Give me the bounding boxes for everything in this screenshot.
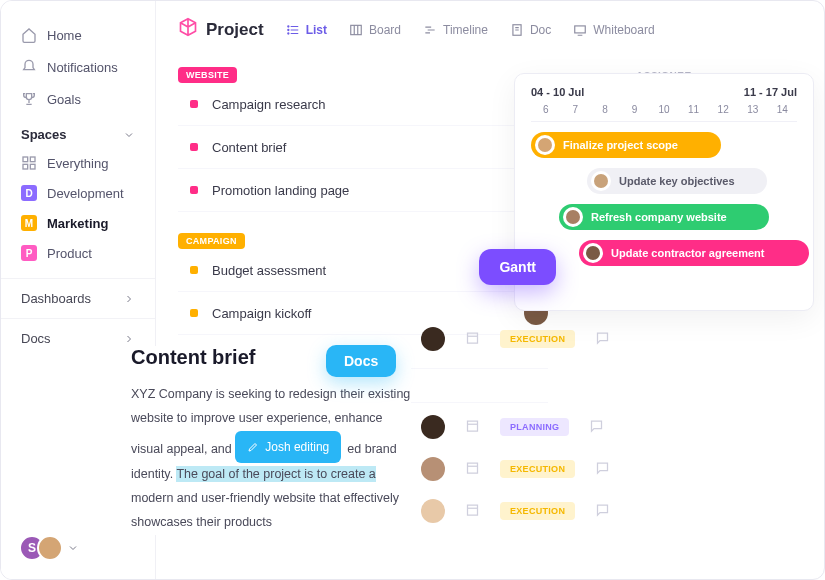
gantt-week-label: 04 - 10 Jul — [531, 86, 584, 98]
svg-rect-27 — [468, 505, 478, 515]
avatar — [421, 415, 445, 439]
grid-icon — [21, 155, 37, 171]
task-detail-row[interactable]: EXECUTION — [421, 451, 804, 487]
svg-rect-25 — [468, 463, 478, 473]
gantt-week-label: 11 - 17 Jul — [744, 86, 797, 98]
status-badge[interactable]: EXECUTION — [500, 460, 575, 478]
gantt-day-scale: 67891011121314 — [531, 104, 797, 122]
chevron-right-icon — [123, 293, 135, 305]
home-icon — [21, 27, 37, 43]
whiteboard-icon — [573, 23, 587, 37]
gantt-bar[interactable]: Update key objectives — [587, 168, 767, 194]
svg-rect-23 — [468, 421, 478, 431]
calendar-icon[interactable] — [465, 502, 480, 521]
avatar — [421, 327, 445, 351]
gantt-bar[interactable]: Refresh company website — [559, 204, 769, 230]
project-header: Project List Board Timeline Doc Whiteboa… — [178, 17, 802, 56]
spaces-header[interactable]: Spaces — [1, 115, 155, 148]
task-detail-row[interactable]: EXECUTION — [421, 321, 804, 357]
nav-home[interactable]: Home — [1, 19, 155, 51]
nav-notifications[interactable]: Notifications — [1, 51, 155, 83]
status-badge[interactable]: EXECUTION — [500, 502, 575, 520]
doc-icon — [510, 23, 524, 37]
cube-icon — [178, 17, 198, 42]
list-icon — [286, 23, 300, 37]
task-row[interactable]: Promotion landing page — [178, 169, 548, 212]
sidebar-item-marketing[interactable]: MMarketing — [1, 208, 155, 238]
nav-goals[interactable]: Goals — [1, 83, 155, 115]
svg-rect-0 — [23, 157, 28, 162]
gantt-panel: 04 - 10 Jul 11 - 17 Jul 67891011121314 F… — [514, 73, 814, 311]
tab-timeline[interactable]: Timeline — [423, 23, 488, 37]
svg-point-7 — [287, 25, 288, 26]
gantt-bars: Finalize project scope Update key object… — [531, 132, 797, 292]
chevron-right-icon — [123, 333, 135, 345]
sidebar-item-everything[interactable]: Everything — [1, 148, 155, 178]
svg-point-8 — [287, 29, 288, 30]
gantt-badge: Gantt — [479, 249, 556, 285]
sidebar-dashboards[interactable]: Dashboards — [1, 278, 155, 318]
page-title: Project — [178, 17, 264, 42]
svg-rect-19 — [575, 25, 586, 32]
avatar — [421, 499, 445, 523]
avatar — [563, 207, 583, 227]
group-label[interactable]: CAMPAIGN — [178, 233, 245, 249]
task-detail-row[interactable]: EXECUTION — [421, 493, 804, 529]
task-row[interactable]: Content brief — [178, 126, 548, 169]
sidebar-item-development[interactable]: DDevelopment — [1, 178, 155, 208]
svg-point-9 — [287, 32, 288, 33]
timeline-icon — [423, 23, 437, 37]
avatar — [591, 171, 611, 191]
svg-rect-10 — [351, 25, 362, 34]
svg-rect-2 — [23, 164, 28, 169]
marketing-icon: M — [21, 215, 37, 231]
tab-doc[interactable]: Doc — [510, 23, 551, 37]
avatar — [421, 457, 445, 481]
development-icon: D — [21, 185, 37, 201]
pencil-icon — [247, 441, 259, 453]
avatar — [37, 535, 63, 561]
highlighted-text: The goal of the project is to create a — [176, 466, 375, 482]
chat-icon[interactable] — [589, 418, 604, 437]
svg-rect-3 — [30, 164, 35, 169]
task-detail-row[interactable]: PLANNING — [421, 409, 804, 445]
trophy-icon — [21, 91, 37, 107]
calendar-icon[interactable] — [465, 330, 480, 349]
avatar — [535, 135, 555, 155]
tab-list[interactable]: List — [286, 23, 327, 37]
status-badge[interactable]: PLANNING — [500, 418, 569, 436]
product-icon: P — [21, 245, 37, 261]
group-website: WEBSITE Campaign research Content brief … — [178, 64, 548, 212]
sidebar-item-product[interactable]: PProduct — [1, 238, 155, 268]
calendar-icon[interactable] — [465, 418, 480, 437]
chat-icon[interactable] — [595, 502, 610, 521]
gantt-bar[interactable]: Finalize project scope — [531, 132, 721, 158]
chat-icon[interactable] — [595, 330, 610, 349]
chevron-down-icon — [67, 542, 79, 554]
svg-rect-21 — [468, 333, 478, 343]
doc-body[interactable]: XYZ Company is seeking to redesign their… — [131, 383, 411, 535]
task-row[interactable]: Campaign research — [178, 83, 548, 126]
status-badge[interactable]: EXECUTION — [500, 330, 575, 348]
bell-icon — [21, 59, 37, 75]
gantt-bar[interactable]: Update contractor agreement — [579, 240, 809, 266]
chat-icon[interactable] — [595, 460, 610, 479]
task-detail-list: EXECUTION PLANNING EXECUTION EXECUTION — [421, 321, 804, 529]
tab-board[interactable]: Board — [349, 23, 401, 37]
group-label[interactable]: WEBSITE — [178, 67, 237, 83]
board-icon — [349, 23, 363, 37]
avatar — [583, 243, 603, 263]
svg-rect-1 — [30, 157, 35, 162]
chevron-down-icon — [123, 129, 135, 141]
docs-badge: Docs — [326, 345, 396, 377]
calendar-icon[interactable] — [465, 460, 480, 479]
user-cluster[interactable]: S — [19, 535, 79, 561]
tab-whiteboard[interactable]: Whiteboard — [573, 23, 654, 37]
editing-indicator: Josh editing — [235, 431, 341, 464]
